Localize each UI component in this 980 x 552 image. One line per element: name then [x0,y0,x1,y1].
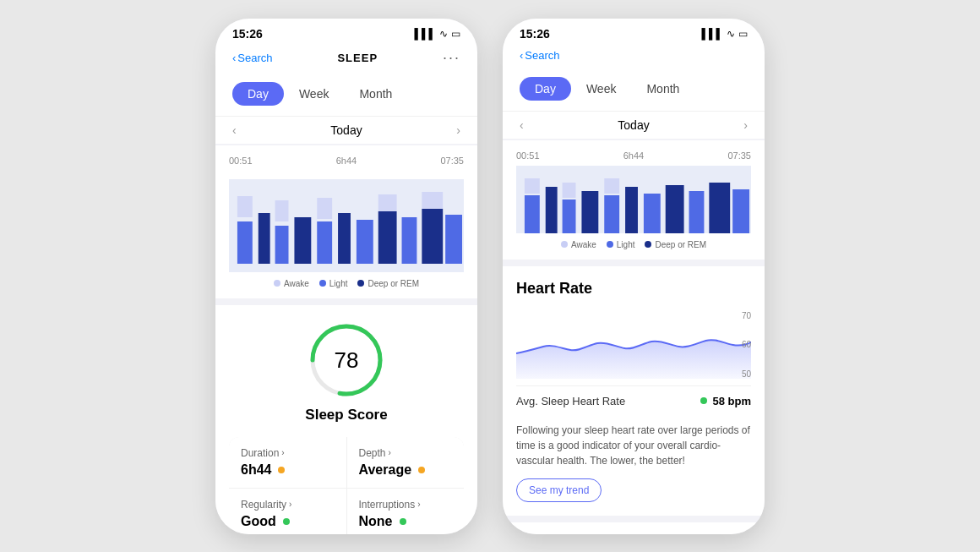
hr-stat-row-2: Avg. Sleep Heart Rate 58 bpm [516,385,751,416]
heart-rate-title-2: Heart Rate [516,280,751,304]
svg-rect-31 [525,178,540,194]
svg-rect-2 [259,213,270,264]
chart-times-2: 00:51 6h44 07:35 [516,150,751,161]
breathing-card-2: Breathing Disturbances Breathing disturb… [503,522,765,534]
svg-rect-22 [563,199,576,233]
legend-deep-2: Deep or REM [645,240,706,249]
date-label-1: Today [330,123,362,137]
tab-day-1[interactable]: Day [232,82,284,106]
signal-icon: ▌▌▌ [414,28,436,40]
chart-legend-2: Awake Light Deep or REM [516,240,751,249]
tab-month-2[interactable]: Month [631,77,694,101]
status-bar-1: 15:26 ▌▌▌ ∿ ▭ [215,19,477,46]
status-time-2: 15:26 [520,27,550,41]
svg-rect-33 [604,178,619,194]
svg-rect-27 [666,185,684,233]
sleep-chart-card-2: 00:51 6h44 07:35 [503,140,765,260]
svg-rect-24 [604,195,619,233]
score-label-1: Sleep Score [305,407,387,424]
wifi-icon-2: ∿ [727,28,735,40]
svg-rect-29 [709,183,730,233]
see-trend-button-2[interactable]: See my trend [516,478,602,502]
next-date-1[interactable]: › [456,123,460,137]
segment-control-1: Day Week Month [215,75,477,116]
metric-interruptions: Interruptions › None [347,489,465,534]
metric-interruptions-value: None [359,514,453,529]
svg-rect-32 [563,183,576,198]
svg-rect-15 [378,194,397,211]
metric-duration: Duration › 6h44 [229,437,346,488]
heart-rate-card-2: Heart Rate 70 [503,266,765,516]
breathing-title-2: Breathing Disturbances [503,522,765,534]
tab-day-2[interactable]: Day [520,77,571,101]
metric-depth: Depth › Average [347,437,465,488]
metric-interruptions-label: Interruptions › [359,499,453,511]
legend-deep-1: Deep or REM [357,279,419,288]
legend-dot-light-1 [319,280,326,287]
svg-rect-11 [445,215,462,264]
tab-week-2[interactable]: Week [571,77,632,101]
score-number-1: 78 [335,347,359,373]
svg-rect-12 [237,196,253,217]
sleep-chart-2 [516,166,751,233]
metric-regularity: Regularity › Good [229,489,346,534]
more-button-1[interactable]: ··· [443,49,460,67]
svg-rect-1 [237,221,253,264]
wifi-icon: ∿ [439,28,448,40]
svg-rect-30 [732,189,749,233]
tab-month-1[interactable]: Month [344,82,407,106]
svg-rect-5 [317,221,332,264]
metric-dot-regularity [283,518,290,525]
next-date-2[interactable]: › [743,118,748,132]
legend-dot-deep-1 [357,280,364,287]
legend-dot-awake-1 [274,280,280,287]
nav-bar-2: ‹ Search [503,46,765,70]
metric-depth-label: Depth › [359,447,453,459]
metric-dot-duration [278,467,285,473]
svg-rect-7 [357,220,373,264]
status-icons-2: ▌▌▌ ∿ ▭ [701,28,748,40]
date-label-2: Today [618,118,649,132]
tab-week-1[interactable]: Week [284,82,345,106]
battery-icon: ▭ [451,28,460,40]
date-nav-2: ‹ Today › [503,111,765,139]
svg-rect-20 [525,195,540,233]
score-card-1: 78 Sleep Score Duration › 6h44 [215,305,477,534]
metric-depth-value: Average [359,462,453,478]
svg-rect-10 [422,209,443,264]
metric-regularity-value: Good [241,514,335,529]
segment-control-2: Day Week Month [503,70,765,111]
back-button-1[interactable]: ‹ Search [232,52,273,64]
metric-duration-label: Duration › [241,447,335,459]
phone-1: 15:26 ▌▌▌ ∿ ▭ ‹ Search SLEEP ··· Day Wee… [215,19,477,534]
prev-date-2[interactable]: ‹ [520,118,524,132]
status-bar-2: 15:26 ▌▌▌ ∿ ▭ [503,19,765,46]
status-time-1: 15:26 [232,27,263,41]
svg-rect-14 [317,198,332,219]
svg-rect-21 [546,187,558,233]
legend-awake-2: Awake [561,240,596,249]
svg-rect-23 [581,191,598,233]
score-circle-1: 78 [308,322,384,398]
hr-description-2: Following your sleep heart rate over lar… [516,423,751,468]
prev-date-1[interactable]: ‹ [232,123,237,137]
svg-rect-26 [644,194,661,233]
metric-dot-interruptions [400,518,406,525]
sleep-chart-card-1: 00:51 6h44 07:35 [215,145,477,298]
legend-light-1: Light [319,279,348,288]
chart-legend-1: Awake Light Deep or REM [229,279,464,288]
chart-times-1: 00:51 6h44 07:35 [229,156,464,166]
svg-rect-9 [402,217,417,264]
metric-duration-value: 6h44 [241,462,335,478]
legend-light-2: Light [607,240,635,249]
back-button-2[interactable]: ‹ Search [520,49,560,62]
heart-rate-chart-2: 70 60 50 [516,311,751,379]
content-area-1: 00:51 6h44 07:35 [215,145,477,534]
svg-rect-16 [422,192,443,209]
svg-rect-6 [338,213,351,264]
legend-awake-1: Awake [274,279,309,288]
metrics-grid-1: Duration › 6h44 Depth › [229,437,464,534]
battery-icon-2: ▭ [738,28,748,40]
hr-stat-value-2: 58 bpm [700,395,751,407]
svg-rect-25 [625,187,638,233]
